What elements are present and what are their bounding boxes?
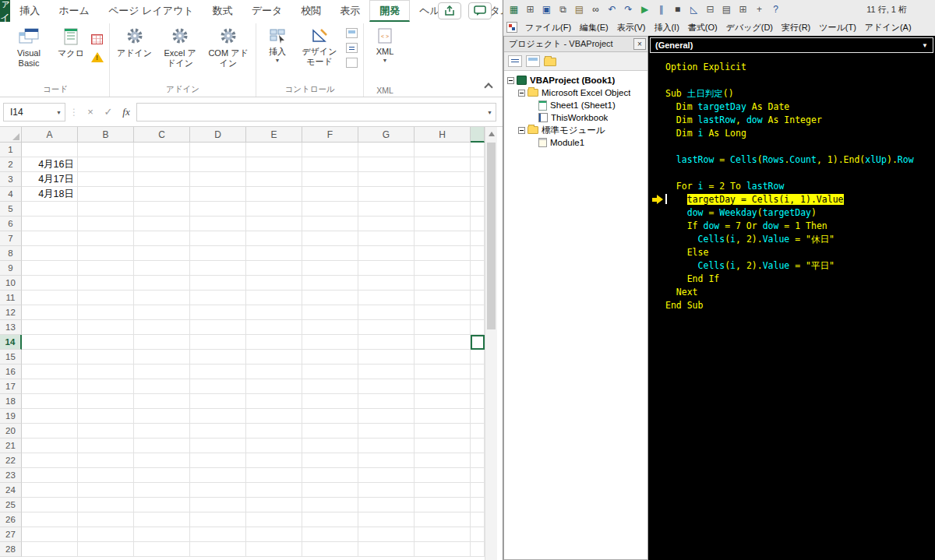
cell-D10[interactable] — [190, 276, 246, 291]
row-header-26[interactable]: 26 — [0, 512, 22, 527]
tree-item-Module1[interactable]: Module1 — [504, 136, 647, 149]
cell-I19[interactable] — [471, 409, 485, 424]
cell-E28[interactable] — [246, 542, 302, 557]
cell-A27[interactable] — [22, 527, 78, 542]
cell-G28[interactable] — [358, 542, 415, 557]
cell-G3[interactable] — [358, 172, 415, 187]
cell-G15[interactable] — [358, 350, 415, 365]
cell-I2[interactable] — [471, 157, 485, 172]
cell-C13[interactable] — [134, 320, 190, 335]
cell-D5[interactable] — [190, 202, 246, 217]
design-mode-button[interactable]: デザイン モード — [295, 23, 344, 67]
row-header-11[interactable]: 11 — [0, 291, 22, 305]
cell-F13[interactable] — [302, 320, 358, 335]
save-icon[interactable]: ▣ — [539, 2, 554, 16]
cell-E15[interactable] — [246, 350, 302, 365]
cell-I20[interactable] — [471, 424, 485, 438]
cell-F22[interactable] — [302, 453, 358, 468]
cell-F21[interactable] — [302, 438, 358, 453]
cell-G1[interactable] — [358, 143, 415, 157]
column-header-D[interactable]: D — [190, 127, 246, 143]
cell-F7[interactable] — [302, 231, 358, 246]
row-header-3[interactable]: 3 — [0, 172, 22, 187]
xml-button[interactable]: < > XML ▼ — [367, 23, 403, 63]
expander-icon[interactable] — [518, 90, 525, 97]
project-explorer-header[interactable]: プロジェクト - VBAProject × — [504, 37, 647, 52]
cell-F27[interactable] — [302, 527, 358, 542]
code-line-7[interactable] — [665, 140, 935, 153]
cell-C28[interactable] — [134, 542, 190, 557]
cell-F28[interactable] — [302, 542, 358, 557]
code-line-13[interactable]: If dow = 7 Or dow = 1 Then — [665, 220, 935, 233]
cell-C25[interactable] — [134, 498, 190, 512]
vbe-menu-挿入(I)[interactable]: 挿入(I) — [650, 22, 683, 33]
enter-icon[interactable]: ✓ — [101, 106, 116, 118]
cell-B28[interactable] — [78, 542, 134, 557]
cell-C23[interactable] — [134, 468, 190, 483]
cell-A10[interactable] — [22, 276, 78, 291]
cell-C24[interactable] — [134, 483, 190, 498]
cell-A22[interactable] — [22, 453, 78, 468]
row-header-18[interactable]: 18 — [0, 394, 22, 409]
cell-B20[interactable] — [78, 424, 134, 438]
cell-E17[interactable] — [246, 379, 302, 394]
find-icon[interactable]: ∞ — [588, 2, 603, 16]
column-header-C[interactable]: C — [134, 127, 190, 143]
row-header-13[interactable]: 13 — [0, 320, 22, 335]
code-line-17[interactable]: End If — [665, 273, 935, 286]
code-line-2[interactable] — [665, 74, 935, 87]
cell-B18[interactable] — [78, 394, 134, 409]
cell-I28[interactable] — [471, 542, 485, 557]
reset-icon[interactable]: ■ — [670, 2, 685, 16]
cell-B14[interactable] — [78, 335, 134, 350]
cell-E6[interactable] — [246, 217, 302, 231]
cell-H12[interactable] — [415, 305, 471, 320]
cell-A4[interactable]: 4月18日 — [22, 187, 78, 202]
row-header-20[interactable]: 20 — [0, 424, 22, 438]
cell-H23[interactable] — [415, 468, 471, 483]
cell-G9[interactable] — [358, 261, 415, 276]
cell-G12[interactable] — [358, 305, 415, 320]
cell-D7[interactable] — [190, 231, 246, 246]
view-object-toolbar-icon[interactable] — [526, 55, 540, 67]
tree-item-Sheet1 (Sheet1)[interactable]: Sheet1 (Sheet1) — [504, 99, 647, 111]
vbe-menu-実行(R)[interactable]: 実行(R) — [778, 22, 814, 33]
row-header-16[interactable]: 16 — [0, 365, 22, 379]
code-line-1[interactable]: Option Explicit — [665, 61, 935, 74]
cell-C18[interactable] — [134, 394, 190, 409]
cell-G26[interactable] — [358, 512, 415, 527]
cell-F12[interactable] — [302, 305, 358, 320]
cell-D17[interactable] — [190, 379, 246, 394]
vbe-menu-アドイン(A)[interactable]: アドイン(A) — [861, 22, 916, 33]
cell-F15[interactable] — [302, 350, 358, 365]
cell-C17[interactable] — [134, 379, 190, 394]
cell-I15[interactable] — [471, 350, 485, 365]
cell-H7[interactable] — [415, 231, 471, 246]
cell-B7[interactable] — [78, 231, 134, 246]
cell-B10[interactable] — [78, 276, 134, 291]
code-line-4[interactable]: Dim targetDay As Date — [665, 100, 935, 114]
cell-I8[interactable] — [471, 246, 485, 261]
row-header-27[interactable]: 27 — [0, 527, 22, 542]
row-header-10[interactable]: 10 — [0, 276, 22, 291]
cell-D21[interactable] — [190, 438, 246, 453]
cell-A25[interactable] — [22, 498, 78, 512]
tree-item-ThisWorkbook[interactable]: ThisWorkbook — [504, 111, 647, 124]
cell-C19[interactable] — [134, 409, 190, 424]
cell-B2[interactable] — [78, 157, 134, 172]
view-code-icon[interactable] — [346, 43, 358, 53]
toolbox-icon[interactable]: + — [752, 2, 767, 16]
expander-icon[interactable] — [507, 77, 514, 84]
cell-E7[interactable] — [246, 231, 302, 246]
addins-button[interactable]: アドイン — [113, 23, 156, 58]
cell-F8[interactable] — [302, 246, 358, 261]
code-line-6[interactable]: Dim i As Long — [665, 127, 935, 140]
select-all-corner[interactable] — [0, 127, 22, 143]
com-addins-button[interactable]: COM アドイン — [204, 23, 252, 69]
cell-F1[interactable] — [302, 143, 358, 157]
macro-security-icon[interactable] — [91, 52, 104, 62]
cell-F6[interactable] — [302, 217, 358, 231]
cell-B1[interactable] — [78, 143, 134, 157]
cell-B8[interactable] — [78, 246, 134, 261]
cell-A24[interactable] — [22, 483, 78, 498]
